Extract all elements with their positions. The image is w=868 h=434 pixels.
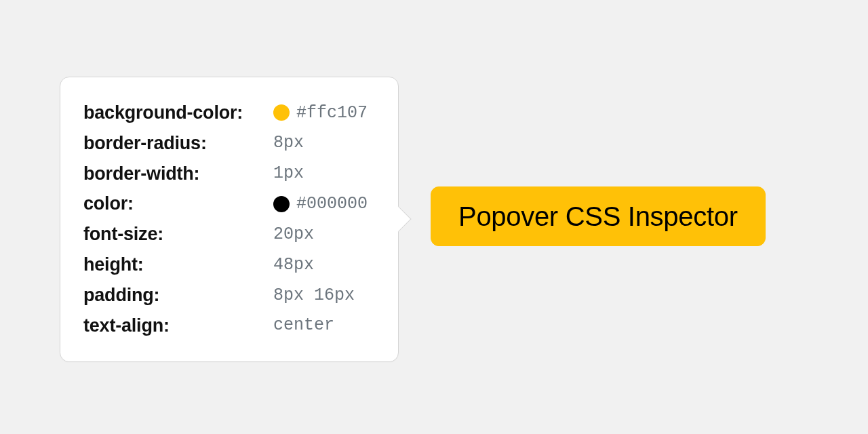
property-value: 1px — [273, 159, 304, 188]
property-value-text: #000000 — [296, 190, 368, 218]
property-value: #000000 — [273, 190, 368, 218]
property-name: height: — [83, 250, 273, 280]
property-row: color: #000000 — [83, 189, 378, 219]
property-row: border-width: 1px — [83, 159, 378, 189]
property-row: padding: 8px 16px — [83, 280, 378, 311]
color-swatch-icon — [273, 104, 290, 121]
property-row: background-color: #ffc107 — [83, 98, 378, 128]
property-name: font-size: — [83, 219, 273, 250]
property-name: background-color: — [83, 98, 273, 128]
property-row: height: 48px — [83, 250, 378, 280]
color-swatch-icon — [273, 196, 290, 212]
property-name: border-width: — [83, 159, 273, 189]
property-name: text-align: — [83, 311, 273, 341]
property-name: border-radius: — [83, 128, 273, 159]
property-row: font-size: 20px — [83, 219, 378, 250]
popover-css-inspector-button[interactable]: Popover CSS Inspector — [431, 186, 766, 246]
property-value: 8px 16px — [273, 281, 355, 310]
property-value: 8px — [273, 129, 304, 157]
property-value: #ffc107 — [273, 99, 368, 127]
property-value: 20px — [273, 220, 314, 249]
property-row: text-align: center — [83, 311, 378, 341]
property-value: center — [273, 311, 334, 340]
property-row: border-radius: 8px — [83, 128, 378, 159]
css-inspector-popover: background-color: #ffc107 border-radius:… — [60, 77, 399, 362]
property-value: 48px — [273, 251, 314, 279]
property-name: padding: — [83, 280, 273, 311]
button-label: Popover CSS Inspector — [458, 201, 738, 232]
property-name: color: — [83, 189, 273, 219]
property-value-text: #ffc107 — [296, 99, 368, 127]
